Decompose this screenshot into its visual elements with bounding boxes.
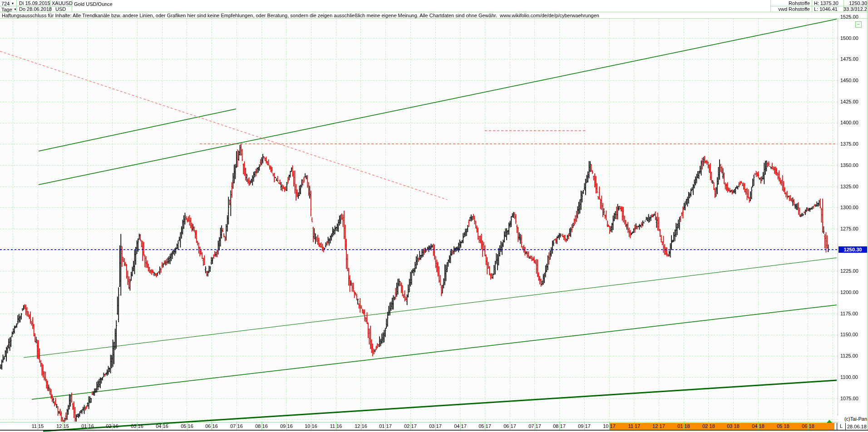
disclaimer-text: Haftungsausschluss für Inhalte: Alle Tre… (2, 13, 599, 19)
price-chart-canvas[interactable] (0, 0, 868, 432)
x-axis-label: 05 18 (777, 423, 789, 429)
x-axis-label: 04 17 (454, 423, 467, 429)
last-date-label: 28.06.18 (847, 424, 867, 429)
x-axis-label: 07 17 (528, 423, 541, 429)
copyright-label: (c)Tai-Pan (838, 416, 867, 422)
x-axis-label: 01 16 (81, 423, 94, 429)
x-axis-label: 12 15 (56, 423, 69, 429)
x-axis-label: 07 16 (230, 423, 243, 429)
y-axis-label: 1300.00 (840, 205, 858, 210)
y-axis-label: 1100.00 (840, 374, 858, 380)
x-axis-label: 06 16 (205, 423, 218, 429)
x-axis-label: 05 16 (181, 423, 193, 429)
y-axis-label: 1225.00 (840, 268, 858, 274)
last-price-label: 1250.30 (838, 0, 867, 6)
feed-provider-label: vwd Rohstoffe (772, 6, 810, 12)
last-bar-marker-icon (827, 420, 832, 423)
taipan-chart-window: 724 ▼ Di 15.09.2015 XAUUSD Gold USD/Ounc… (0, 0, 868, 432)
x-axis-label: 01 18 (677, 423, 690, 429)
y-axis-label: 1525.00 (840, 14, 858, 20)
x-axis-label: 04 18 (752, 423, 764, 429)
x-axis-label: 03 16 (131, 423, 143, 429)
y-axis-label: 1075.00 (840, 396, 858, 401)
high-value-label: H: 1375.30 (814, 0, 838, 6)
low-marker-cell: L (837, 423, 846, 430)
x-axis-label: 11 17 (628, 423, 641, 429)
date-from-label: Di 15.09.2015 (19, 0, 50, 6)
axis-collapse-button[interactable]: − (855, 21, 862, 28)
x-axis-label: 01 17 (379, 423, 392, 429)
chart-title: Gold USD/Ounce (74, 1, 113, 7)
x-axis-label: 10 16 (305, 423, 317, 429)
y-axis-label: 1450.00 (840, 78, 858, 83)
currency-label: USD (55, 6, 66, 12)
x-axis-label: 09 16 (280, 423, 293, 429)
y-axis-label: 1475.00 (840, 56, 858, 62)
x-axis-label: 02 17 (404, 423, 417, 429)
x-axis-label: 08 17 (553, 423, 566, 429)
x-axis-label: 04 16 (156, 423, 168, 429)
x-axis-label: 02 18 (702, 423, 715, 429)
low-value-label: L: 1046.41 (814, 6, 838, 12)
y-axis-label: 1350.00 (840, 162, 858, 168)
stat-label: 33.3/312.2 (838, 6, 867, 12)
period-dropdown[interactable]: Tage ▼ (1, 6, 17, 13)
y-axis-label: 1275.00 (840, 226, 858, 231)
y-axis-label: 1175.00 (840, 311, 858, 316)
highlight-period-bar (610, 423, 834, 430)
x-axis-label: 11 15 (32, 423, 44, 429)
date-to-label: Do 28.06.2018 (19, 6, 52, 12)
y-axis-label: 1500.00 (840, 35, 858, 41)
x-axis-label: 09 17 (578, 423, 591, 429)
x-axis-label: 12 16 (355, 423, 367, 429)
y-axis-label: 1425.00 (840, 99, 858, 104)
feed-label: Rohstoffe (772, 0, 810, 6)
y-axis-label: 1150.00 (840, 332, 858, 337)
x-axis-label: 06 18 (802, 423, 814, 429)
x-axis-label: 11 16 (330, 423, 342, 429)
bars-count-dropdown[interactable]: 724 ▼ (1, 0, 14, 7)
x-axis-label: 02 16 (106, 423, 118, 429)
x-axis-label: 03 17 (429, 423, 442, 429)
x-axis-label: 10 17 (603, 423, 616, 429)
symbol-label: XAUUSD (52, 0, 73, 6)
y-axis-label: 1125.00 (840, 353, 858, 358)
x-axis-label: 06 17 (503, 423, 516, 429)
y-axis-label: 1375.00 (840, 141, 858, 147)
chevron-down-icon: ▼ (11, 2, 14, 5)
last-price-tag: 1250.30 (838, 246, 867, 253)
y-axis-label: 1200.00 (840, 290, 858, 295)
x-axis-label: 05 17 (478, 423, 491, 429)
chevron-down-icon: ▼ (14, 8, 17, 11)
x-axis-label: 08 16 (255, 423, 268, 429)
y-axis-label: 1400.00 (840, 120, 858, 125)
x-axis-label: 03 18 (727, 423, 740, 429)
y-axis-label: 1325.00 (840, 184, 858, 189)
x-axis-label: 12 17 (652, 423, 665, 429)
